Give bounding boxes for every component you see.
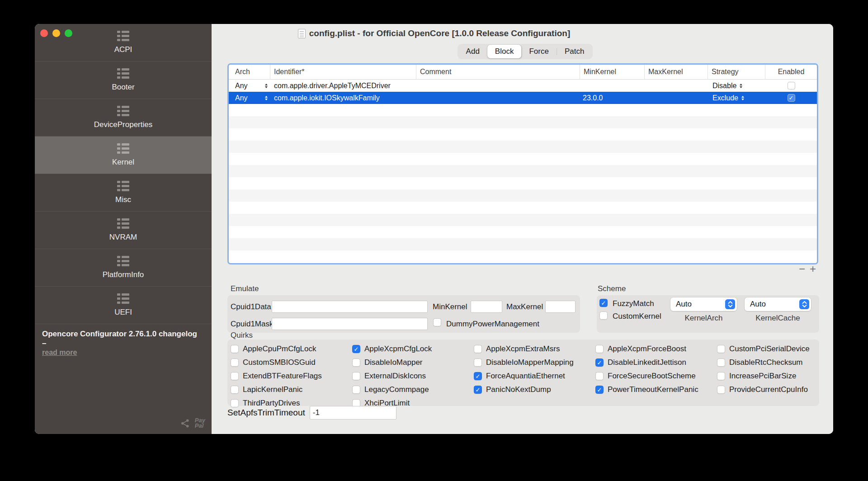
column-header-minkernel[interactable]: MinKernel (580, 65, 645, 79)
kernelcache-dropdown[interactable]: Auto (745, 297, 811, 311)
quirk-increasepcibarsize-checkbox[interactable] (717, 372, 725, 380)
quirk-label: LegacyCommpage (364, 385, 429, 394)
column-header-arch[interactable]: Arch (229, 65, 270, 79)
cpuid1data-input[interactable] (272, 301, 428, 313)
changelog-text: Opencore Configurator 2.76.1.0 changelog… (42, 329, 201, 348)
quirk-label: ExtendBTFeatureFlags (243, 372, 322, 381)
quirk-lapickernelpanic-checkbox[interactable] (231, 386, 239, 394)
tab-force[interactable]: Force (521, 45, 556, 58)
quirk-forceaquantiaethernet-checkbox[interactable] (474, 372, 482, 380)
maxkernel-label: MaxKernel (506, 301, 543, 313)
column-header-comment[interactable]: Comment (416, 65, 580, 79)
minimize-button[interactable] (52, 29, 60, 37)
fuzzymatch-checkbox[interactable] (599, 299, 608, 307)
quirk-disablertcchecksum-checkbox[interactable] (717, 358, 725, 367)
quirk-forcesecurebootscheme-checkbox[interactable] (595, 372, 604, 380)
quirk-label: DisableLinkeditJettison (608, 358, 686, 367)
remove-row-button[interactable]: − (797, 264, 807, 274)
cpuid1mask-input[interactable] (272, 318, 428, 330)
table-row[interactable]: Anycom.apple.driver.AppleTyMCEDriverDisa… (229, 80, 817, 92)
share-icon[interactable] (180, 418, 190, 429)
arch-cell: Any (229, 94, 270, 102)
minkernel-input[interactable] (471, 301, 502, 313)
arch-popup[interactable]: Any (235, 94, 268, 102)
tab-add[interactable]: Add (458, 45, 487, 58)
arch-popup[interactable]: Any (235, 82, 268, 90)
enabled-checkbox[interactable] (788, 82, 795, 90)
column-header-identifier[interactable]: Identifier* (270, 65, 416, 79)
read-more-link[interactable]: read more (42, 349, 77, 357)
arch-cell: Any (229, 82, 270, 90)
quirk-externaldiskicons-checkbox[interactable] (352, 372, 360, 380)
table-row-empty (229, 226, 817, 238)
strategy-popup[interactable]: Exclude (712, 94, 765, 102)
customkernel-checkbox[interactable] (599, 311, 608, 320)
sidebar-item-deviceproperties[interactable]: DeviceProperties (35, 99, 212, 137)
quirk-powertimeoutkernelpanic-checkbox[interactable] (595, 386, 604, 394)
table-row-empty (229, 250, 817, 263)
dummypowermanagement-label: DummyPowerManagement (446, 318, 539, 330)
sidebar-item-misc[interactable]: Misc (35, 174, 212, 212)
sidebar-item-booter[interactable]: Booter (35, 61, 212, 99)
tab-block[interactable]: Block (487, 45, 522, 58)
quirk-label: PanicNoKextDump (486, 385, 551, 394)
quirk-extendbtfeatureflags-checkbox[interactable] (231, 372, 239, 380)
sidebar-nav: ACPIBooterDevicePropertiesKernelMiscNVRA… (35, 24, 212, 324)
list-icon (117, 256, 129, 266)
quirk-custompciserialdevice-checkbox[interactable] (717, 345, 725, 353)
customkernel-label: CustomKernel (613, 310, 661, 322)
table-row-empty (229, 128, 817, 141)
list-icon (117, 68, 129, 79)
add-row-button[interactable]: + (807, 264, 818, 274)
maxkernel-input[interactable] (545, 301, 576, 313)
quirk-applexcpmcfglock-checkbox[interactable] (352, 345, 360, 353)
sidebar-item-nvram[interactable]: NVRAM (35, 212, 212, 249)
close-button[interactable] (40, 29, 48, 37)
tab-patch[interactable]: Patch (557, 45, 592, 58)
quirk-panicnokextdump-checkbox[interactable] (474, 386, 482, 394)
identifier-cell: com.apple.iokit.IOSkywalkFamily (270, 94, 416, 102)
strategy-popup[interactable]: Disable (712, 82, 765, 90)
column-header-maxkernel[interactable]: MaxKernel (645, 65, 708, 79)
setapfstrimtimeout-input[interactable] (310, 406, 396, 420)
sidebar-item-platforminfo[interactable]: PlatformInfo (35, 249, 212, 287)
scheme-panel: FuzzyMatch CustomKernel Auto KernelArch … (597, 295, 819, 333)
table-body: Anycom.apple.driver.AppleTyMCEDriverDisa… (229, 80, 817, 263)
column-header-strategy[interactable]: Strategy (708, 65, 765, 79)
table-row-empty (229, 104, 817, 116)
quirk-disableiomappermapping-checkbox[interactable] (474, 358, 482, 367)
quirk-customsmbiosguid-checkbox[interactable] (231, 358, 239, 367)
table-row-empty (229, 153, 817, 165)
quirk-applecpupmcfglock-checkbox[interactable] (231, 345, 239, 353)
quirk-legacycommpage-checkbox[interactable] (352, 386, 360, 394)
quirk-providecurrentcpuinfo-checkbox[interactable] (717, 386, 725, 394)
enabled-cell (765, 94, 817, 102)
scheme-section-label: Scheme (598, 284, 626, 293)
kernelcache-label: KernelCache (745, 314, 811, 323)
sidebar-item-uefi[interactable]: UEFI (35, 287, 212, 324)
sidebar-item-label: Misc (115, 195, 131, 204)
emulate-panel: Cpuid1Data MinKernel MaxKernel Cpuid1Mas… (227, 295, 580, 333)
column-header-enabled[interactable]: Enabled (765, 65, 817, 79)
sidebar-item-label: DeviceProperties (94, 120, 152, 129)
sidebar-item-kernel[interactable]: Kernel (35, 137, 212, 174)
strategy-cell: Exclude (708, 94, 765, 102)
table-row[interactable]: Anycom.apple.iokit.IOSkywalkFamily23.0.0… (229, 92, 817, 104)
updown-arrows-icon (741, 96, 744, 100)
dummypowermanagement-checkbox[interactable] (433, 318, 441, 326)
zoom-button[interactable] (65, 29, 72, 37)
quirk-applexcpmextramsrs-checkbox[interactable] (474, 345, 482, 353)
enabled-cell (765, 82, 817, 90)
list-icon (117, 106, 129, 116)
paypal-link[interactable]: Pay Pal (195, 418, 205, 429)
quirk-disablelinkeditjettison-checkbox[interactable] (595, 358, 604, 367)
updown-arrows-icon (740, 84, 742, 88)
quirk-label: PowerTimeoutKernelPanic (608, 385, 698, 394)
table-row-empty (229, 141, 817, 153)
quirk-applexcpmforceboost-checkbox[interactable] (595, 345, 604, 353)
sidebar-item-label: Kernel (112, 158, 134, 167)
quirk-disableiomapper-checkbox[interactable] (352, 358, 360, 367)
sidebar-footer: Pay Pal (180, 418, 205, 429)
enabled-checkbox[interactable] (788, 94, 795, 102)
kernelarch-dropdown[interactable]: Auto (670, 297, 737, 311)
